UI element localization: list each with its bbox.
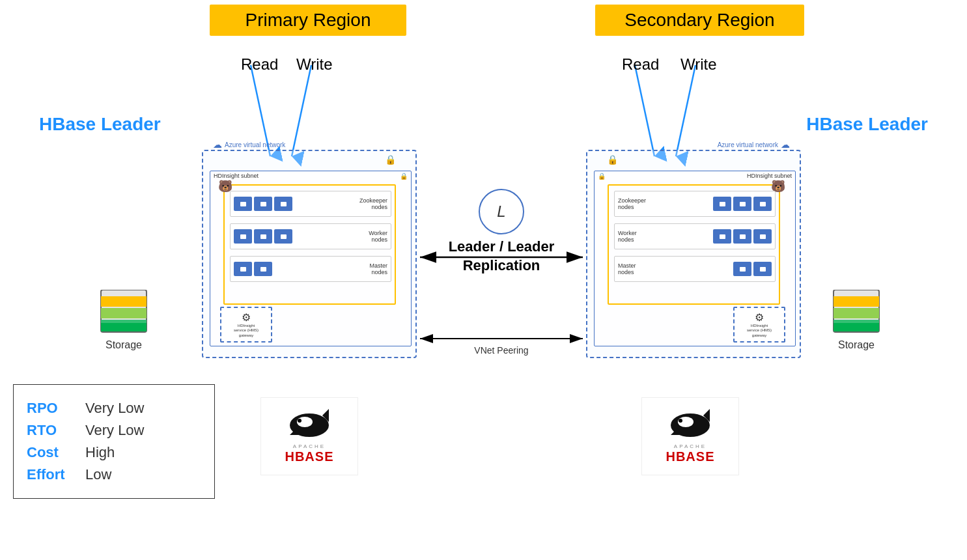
effort-label: Effort	[27, 466, 79, 483]
node-box-w3	[274, 229, 292, 244]
secondary-zookeeper-nodes	[710, 195, 775, 212]
rpo-value: Very Low	[85, 400, 145, 417]
secondary-storage-label: Storage	[830, 339, 882, 351]
master-label: Masternodes	[355, 262, 391, 275]
metrics-box: RPO Very Low RTO Very Low Cost High Effo…	[13, 384, 215, 499]
lock-icon-secondary: 🔒	[607, 154, 618, 165]
sec-node-box-w2	[733, 229, 751, 244]
sec-node-box-zk3	[753, 197, 772, 211]
node-box-zk2	[254, 197, 272, 211]
secondary-read-label: Read	[622, 55, 659, 74]
effort-value: Low	[85, 466, 111, 483]
gateway-label: HDInsightservice (HMS)gateway	[234, 324, 259, 338]
primary-master-nodes	[231, 260, 275, 277]
primary-zookeeper-nodes	[231, 195, 296, 212]
sec-node-box-w3	[753, 229, 772, 244]
hbase-leader-left: HBase Leader	[39, 114, 161, 135]
vnet-peering-label: VNet Peering	[413, 345, 589, 356]
svg-rect-16	[101, 320, 147, 323]
primary-storage-icon	[98, 290, 150, 335]
secondary-write-label: Write	[680, 55, 717, 74]
primary-nodes-container: 🐻 Zookeepernodes	[223, 184, 396, 305]
gateway-icon: ⚙	[242, 311, 251, 324]
node-box-w1	[234, 229, 252, 244]
sec-node-box-zk2	[733, 197, 751, 211]
svg-point-27	[298, 419, 301, 423]
replication-text: Leader / LeaderReplication	[413, 238, 589, 275]
primary-hbase-logo: APACHE HBASE	[260, 397, 358, 475]
secondary-zookeeper-row: Zookeepernodes	[614, 191, 776, 217]
primary-hdinsight-label: HDInsight subnet	[214, 173, 259, 179]
replication-circle: L	[479, 189, 524, 234]
zookeeper-label: Zookeepernodes	[355, 197, 391, 210]
secondary-vnet-label: Azure virtual network	[718, 141, 778, 148]
svg-rect-14	[101, 308, 147, 318]
secondary-storage-container: Storage	[830, 290, 882, 351]
secondary-region-label: Secondary Region	[595, 5, 804, 36]
svg-line-6	[292, 65, 311, 156]
secondary-hbase-logo: APACHE HBASE	[641, 397, 739, 475]
cost-row: Cost High	[27, 444, 201, 461]
primary-storage-container: Storage	[98, 290, 150, 351]
worker-label: Workernodes	[355, 230, 391, 243]
secondary-hbase-text: HBASE	[666, 449, 714, 464]
cost-label: Cost	[27, 444, 79, 461]
sec-zookeeper-label: Zookeepernodes	[615, 197, 651, 210]
cost-value: High	[85, 444, 115, 461]
primary-vnet-label: Azure virtual network	[225, 141, 285, 148]
primary-orca-icon	[287, 409, 332, 441]
svg-rect-22	[834, 320, 879, 323]
primary-gateway: ⚙ HDInsightservice (HMS)gateway	[220, 307, 272, 343]
svg-rect-20	[834, 308, 879, 318]
primary-storage-label: Storage	[98, 339, 150, 351]
secondary-bottom-section: HADOOP Edgenode ⚙ HDInsightservice (HMS)…	[779, 310, 785, 343]
svg-point-32	[679, 419, 682, 423]
replication-text-container: Leader / LeaderReplication	[413, 238, 589, 275]
primary-zookeeper-row: Zookeepernodes	[230, 191, 391, 217]
primary-read-label: Read	[241, 55, 278, 74]
rto-row: RTO Very Low	[27, 422, 201, 439]
svg-line-8	[676, 65, 695, 156]
secondary-apache-label: APACHE	[674, 443, 707, 449]
node-box-m1	[234, 262, 252, 276]
sec-node-box-m2	[753, 262, 772, 276]
node-box-zk3	[274, 197, 292, 211]
primary-bottom-section: HADOOP Edgenode ⚙ HDInsightservice (HMS)…	[220, 310, 226, 343]
effort-row: Effort Low	[27, 466, 201, 483]
primary-master-row: Masternodes	[230, 256, 391, 282]
primary-apache-label: APACHE	[293, 443, 326, 449]
sec-gateway-icon: ⚙	[755, 311, 764, 324]
main-container: Primary Region Secondary Region HBase Le…	[0, 0, 967, 560]
svg-line-7	[635, 65, 654, 156]
secondary-gateway: ⚙ HDInsightservice (HMS)gateway	[733, 307, 785, 343]
sec-node-box-zk1	[713, 197, 731, 211]
primary-hbase-text: HBASE	[285, 449, 333, 464]
sec-node-box-m1	[733, 262, 751, 276]
primary-region-label: Primary Region	[210, 5, 406, 36]
sec-master-label: Masternodes	[615, 262, 651, 275]
secondary-nodes-container: 🐻 Zookeepernodes	[608, 184, 780, 305]
circle-label: L	[497, 203, 505, 221]
node-box-m2	[254, 262, 272, 276]
lock-icon-primary: 🔒	[385, 154, 396, 165]
primary-worker-row: Workernodes	[230, 223, 391, 249]
secondary-storage-icon	[830, 290, 882, 335]
node-box-w2	[254, 229, 272, 244]
hbase-leader-right: HBase Leader	[806, 114, 928, 135]
secondary-worker-nodes	[710, 228, 775, 245]
primary-azure-box: ☁ Azure virtual network 🔒 HDInsight subn…	[202, 150, 417, 358]
rto-label: RTO	[27, 422, 79, 439]
secondary-worker-row: Workernodes	[614, 223, 776, 249]
primary-write-label: Write	[296, 55, 333, 74]
primary-hdinsight-box: HDInsight subnet 🔒 🐻 Zookeepernodes	[210, 171, 412, 346]
secondary-master-nodes	[730, 260, 775, 277]
cloud-icon-secondary: ☁	[781, 139, 790, 150]
secondary-hdinsight-box: HDInsight subnet 🔒 🐻 Zookeepernodes	[594, 171, 796, 346]
primary-worker-nodes	[231, 228, 296, 245]
lock-small-secondary: 🔒	[598, 173, 606, 180]
secondary-master-row: Masternodes	[614, 256, 776, 282]
rpo-row: RPO Very Low	[27, 400, 201, 417]
lock-small-primary: 🔒	[400, 173, 408, 180]
svg-rect-13	[101, 296, 147, 307]
secondary-hdinsight-label: HDInsight subnet	[747, 173, 792, 179]
